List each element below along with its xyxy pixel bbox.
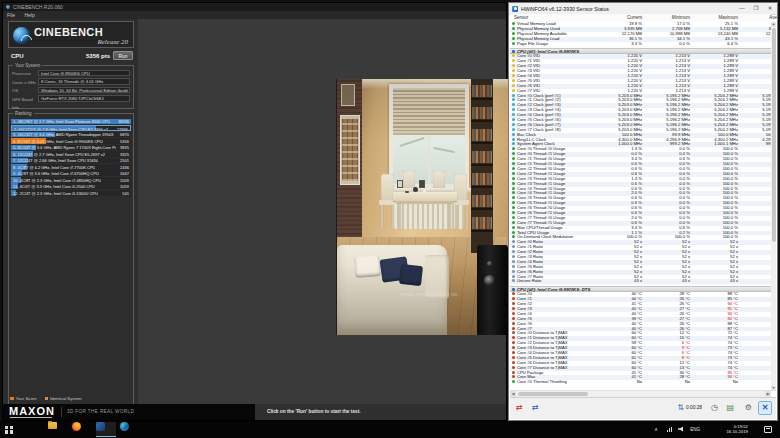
taskbar-clock[interactable]: 0:19:52 16.10.2019	[726, 424, 748, 436]
vertical-scroll-thumb[interactable]	[772, 28, 776, 242]
taskbar-app-round[interactable]	[120, 422, 140, 437]
pct-sensor-icon	[512, 206, 515, 209]
col-minimum[interactable]: Minimum	[644, 14, 690, 22]
clock-icon[interactable]: ◷	[711, 402, 718, 414]
col-sensor[interactable]: Sensor	[514, 14, 528, 22]
clk-sensor-icon	[512, 98, 515, 101]
volt-sensor-icon	[512, 59, 515, 62]
run-button[interactable]: Run	[113, 51, 133, 60]
sensor-value-c: 3.3 %	[596, 42, 642, 47]
mem-sensor-icon	[512, 27, 515, 30]
cinebench-titlebar[interactable]: CINEBENCH R20.060	[3, 3, 506, 11]
legend-swatch	[10, 397, 14, 401]
logging-icon[interactable]: ▤	[726, 402, 734, 414]
volume-icon[interactable]	[678, 427, 684, 432]
menu-file[interactable]: File	[3, 11, 19, 19]
ranking-score: 2501	[120, 158, 129, 163]
polling-timer: 0:00:28	[686, 405, 702, 410]
ranking-row[interactable]: 9. 4C/8T @ 3.6 GHz, Intel Core i7-6700HQ…	[11, 170, 131, 176]
legend-item: Your Score	[10, 395, 37, 402]
hwinfo-app-icon	[512, 6, 518, 12]
pct-sensor-icon	[512, 177, 515, 180]
pct-sensor-icon	[512, 191, 515, 194]
ranking-row[interactable]: 8. 4C/8T @ 4.2 GHz, Intel Core i7-7700K …	[11, 164, 131, 170]
clock-date: 16.10.2019	[726, 429, 748, 435]
reset-min-max-icon[interactable]: ⇄	[516, 402, 523, 414]
pct-sensor-icon	[512, 22, 515, 25]
ranking-row-your-score[interactable]: 4. 8C/16T @ 4.01 GHz, Intel Core i9-9900…	[11, 138, 131, 144]
system-field-label: OS	[12, 88, 18, 93]
clk-sensor-icon	[512, 142, 515, 145]
your-system-group: Your System ProcessorIntel Core i9-9900K…	[8, 65, 134, 109]
cinebench-wordmark: CINEBENCH	[34, 26, 103, 38]
sensor-row[interactable]: Page File Usage3.3 %0.0 %6.4 %3.8 %	[510, 42, 771, 47]
col-maximum[interactable]: Maximum	[692, 14, 738, 22]
sensor-row[interactable]: Core #0 Thermal ThrottlingNoNoNoNo	[510, 380, 771, 385]
menu-help[interactable]: Help	[20, 11, 38, 19]
ranking-label: 8. 4C/8T @ 4.2 GHz, Intel Core i7-7700K …	[13, 165, 95, 170]
sensor-value-x: 43 x	[692, 279, 738, 284]
start-button[interactable]	[5, 426, 13, 434]
ratio-sensor-icon	[512, 245, 515, 248]
sensor-row[interactable]: Uncore Ratio43 x43 x43 x43 x	[510, 279, 771, 284]
taskbar-cinebench-active[interactable]	[96, 422, 116, 437]
language-indicator[interactable]: ENG	[690, 427, 700, 432]
ranking-label: 2. 60C/120T @ 2.8 GHz, Intel Xeon CPU E7…	[14, 127, 108, 131]
close-button[interactable]: ✕	[763, 3, 777, 14]
sensor-label: Page File Usage	[517, 41, 548, 46]
round-app-icon	[120, 422, 129, 431]
volt-sensor-icon	[512, 64, 515, 67]
ranking-row[interactable]: 12. 2C/4T @ 2.3 GHz, Intel Core i5-5300U…	[11, 190, 131, 196]
ranking-score: 3325	[120, 152, 129, 157]
minimize-button[interactable]: —	[735, 3, 749, 14]
ranking-label: 1. 48C/96T @ 2.7 GHz, Intel Xeon Platinu…	[13, 119, 110, 124]
ranking-row[interactable]: 3. 16C/32T @ 3.4 GHz, AMD Ryzen Threadri…	[11, 132, 131, 138]
ranking-row[interactable]: 7. 12C/24T @ 2.66 GHz, Intel Xeon CPU X5…	[11, 158, 131, 164]
clk-sensor-icon	[512, 118, 515, 121]
swap-columns-icon[interactable]: ⇄	[532, 402, 539, 414]
firefox-icon	[72, 422, 81, 431]
ranking-row[interactable]: 6. 12C/24T @ 2.7 GHz, Intel Xeon CPU E5-…	[11, 151, 131, 157]
tray-overflow-caret[interactable]: ∧	[654, 426, 658, 432]
horizontal-scrollbar[interactable]: ◀ ▶	[510, 390, 771, 397]
system-field-label: GFX Board	[12, 97, 33, 102]
ranking-row[interactable]: 11. 4C/4T @ 3.3 GHz, Intel Core i5-2500 …	[11, 183, 131, 189]
taskbar-firefox[interactable]	[72, 422, 92, 437]
toolbar-close-button[interactable]: ✕	[758, 401, 772, 415]
action-center-icon[interactable]	[764, 426, 772, 433]
horizontal-scroll-thumb[interactable]	[518, 392, 588, 396]
system-field: Info	[11, 104, 131, 111]
ranking-label: 6. 12C/24T @ 2.7 GHz, Intel Xeon CPU E5-…	[13, 152, 105, 157]
ratio-sensor-icon	[512, 255, 515, 258]
ranking-score: 2436	[120, 165, 129, 170]
legend-swatch	[45, 397, 49, 401]
mem-sensor-icon	[512, 32, 515, 35]
cpu-label: CPU	[11, 53, 24, 59]
status-hint-text: Click on the 'Run' button to start the t…	[267, 409, 361, 414]
ranking-row[interactable]: 5. 8C/16T @ 3.4 GHz, AMD Ryzen 7 1700X E…	[11, 145, 131, 151]
scroll-down-arrow[interactable]: ▼	[771, 386, 776, 391]
pct-sensor-icon	[512, 231, 515, 234]
ranking-label: 10. 4C/8T @ 2.3 GHz, Intel Core i7-4850H…	[13, 178, 101, 183]
temp-sensor-icon	[512, 312, 515, 315]
network-icon[interactable]	[666, 427, 672, 432]
ranking-label: 7. 12C/24T @ 2.66 GHz, Intel Xeon CPU X5…	[13, 158, 98, 163]
ranking-score: 5356	[120, 139, 129, 144]
ranking-row[interactable]: 2. 60C/120T @ 2.8 GHz, Intel Xeon CPU E7…	[11, 125, 131, 131]
ranking-row[interactable]: 1. 48C/96T @ 2.7 GHz, Intel Xeon Platinu…	[11, 119, 131, 125]
scroll-up-arrow[interactable]: ▲	[771, 22, 776, 27]
taskbar-file-explorer[interactable]	[48, 422, 68, 437]
ranking-row[interactable]: 10. 4C/8T @ 2.3 GHz, Intel Core i7-4850H…	[11, 177, 131, 183]
ranking-label: 3. 16C/32T @ 3.4 GHz, AMD Ryzen Threadri…	[13, 132, 114, 137]
scene-vignette	[337, 79, 508, 335]
sensor-table[interactable]: Virtual Memory Load19.9 %17.0 %25.1 %19.…	[510, 22, 771, 391]
col-average[interactable]: Average	[740, 14, 778, 22]
ranking-label: 12. 2C/4T @ 2.3 GHz, Intel Core i5-5300U…	[13, 191, 98, 196]
maximize-button[interactable]: ❐	[749, 3, 763, 14]
settings-gear-icon[interactable]: ⚙	[745, 402, 752, 414]
sensor-value-c: 43 x	[596, 279, 642, 284]
temp-sensor-icon	[512, 371, 515, 374]
sync-icon[interactable]: ⇅	[677, 402, 684, 414]
vertical-scrollbar[interactable]: ▲ ▼	[771, 22, 776, 391]
col-current[interactable]: Current	[596, 14, 642, 22]
